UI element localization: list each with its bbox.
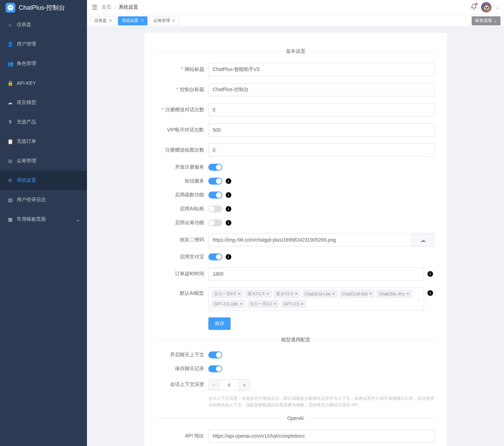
- info-icon[interactable]: i: [226, 206, 231, 212]
- context-depth-input[interactable]: [219, 379, 239, 390]
- section-model-title: 模型通用配置: [277, 337, 314, 343]
- tab-crowdfund[interactable]: 众筹管理✕: [150, 16, 179, 25]
- model-tag: 星火V1.5✕: [245, 290, 272, 298]
- save-button[interactable]: 保存: [208, 317, 231, 330]
- model-tag: 星火V2.0✕: [274, 290, 300, 298]
- increment-button[interactable]: +: [239, 379, 250, 390]
- sidebar-item-templates[interactable]: ▦常用模板页面⌄: [0, 210, 87, 229]
- model-tag: GPT-3.5✕: [281, 300, 306, 308]
- open-register-switch[interactable]: [208, 164, 222, 171]
- close-icon[interactable]: ✕: [141, 18, 144, 23]
- breadcrumb-home[interactable]: 首页: [102, 4, 111, 10]
- vip-chat-input[interactable]: [208, 123, 434, 137]
- info-icon[interactable]: i: [427, 271, 433, 277]
- qrcode-input[interactable]: [208, 233, 412, 246]
- user-icon: 👤: [7, 41, 13, 47]
- label-enable-func: 启用函数功能: [157, 192, 208, 198]
- app-logo: ChatPlus-控制台: [0, 0, 87, 15]
- label-reg-draw: 注册赠送绘图次数: [157, 147, 208, 153]
- console-title-input[interactable]: [208, 83, 434, 96]
- site-title-input[interactable]: [208, 63, 434, 76]
- close-icon[interactable]: ✕: [301, 302, 304, 306]
- info-icon[interactable]: i: [427, 290, 433, 296]
- close-icon[interactable]: ✕: [273, 302, 277, 306]
- section-openai-title: OpenAI: [283, 415, 308, 421]
- sidebar-item-login-log[interactable]: ▤用户登录日志: [0, 190, 87, 210]
- close-icon[interactable]: ✕: [406, 292, 409, 296]
- label-reg-chat: *注册赠送对话次数: [157, 107, 208, 113]
- api-url-input[interactable]: [208, 429, 434, 443]
- svg-point-0: [8, 5, 14, 10]
- close-icon[interactable]: ✕: [172, 18, 175, 23]
- label-open-register: 开放注册服务: [157, 164, 208, 170]
- label-save-history: 保存聊天记录: [157, 366, 208, 372]
- app-title: ChatPlus-控制台: [19, 3, 65, 12]
- model-tag: ChatGLM-Std✕: [339, 290, 374, 298]
- close-icon[interactable]: ✕: [109, 18, 112, 23]
- home-icon: ⌂: [7, 22, 13, 27]
- close-icon[interactable]: ✕: [266, 292, 269, 296]
- enable-crowd-switch[interactable]: [208, 219, 222, 226]
- context-depth-stepper[interactable]: − +: [208, 379, 250, 390]
- chevron-down-icon[interactable]: ⌄: [417, 297, 421, 301]
- upload-button[interactable]: ☁: [412, 233, 434, 246]
- chevron-down-icon: ⌄: [494, 18, 497, 23]
- sidebar-item-users[interactable]: 👤用户管理: [0, 34, 87, 54]
- sidebar-item-roles[interactable]: 👥角色管理: [0, 54, 87, 73]
- tag-options-button[interactable]: 标签选项⌄: [472, 16, 501, 25]
- info-icon[interactable]: i: [226, 220, 231, 226]
- breadcrumb: 首页 › 系统设置: [102, 4, 138, 10]
- label-enable-ai-draw: 启用AI绘画: [157, 206, 208, 212]
- label-default-models: 默认AI模型: [157, 287, 208, 297]
- section-basic-title: 基本设置: [282, 48, 310, 55]
- notification-bell-icon[interactable]: [471, 3, 477, 11]
- enable-func-switch[interactable]: [208, 192, 222, 198]
- label-order-timeout: 订单超时时间: [157, 271, 208, 277]
- chevron-right-icon: ›: [114, 5, 116, 10]
- roles-icon: 👥: [7, 61, 13, 66]
- sms-switch[interactable]: [208, 178, 222, 185]
- label-api-url: API 地址: [157, 433, 208, 439]
- sidebar-item-apikey[interactable]: 🔒API-KEY: [0, 73, 87, 93]
- info-icon[interactable]: i: [226, 254, 231, 260]
- sidebar-item-crowdfund[interactable]: ◎众筹管理: [0, 151, 87, 171]
- sidebar-item-products[interactable]: ＄充值产品: [0, 112, 87, 132]
- template-icon: ▦: [7, 217, 13, 222]
- tab-settings[interactable]: 系统设置✕: [118, 16, 147, 25]
- save-history-switch[interactable]: [208, 365, 222, 372]
- label-site-title: *网站标题: [157, 66, 208, 73]
- enable-context-switch[interactable]: [208, 351, 222, 358]
- svg-point-2: [11, 7, 12, 8]
- default-models-select[interactable]: 文心一言4.0✕ 星火V1.5✕ 星火V2.0✕ ChatGLM-Lite✕ C…: [208, 287, 424, 310]
- close-icon[interactable]: ✕: [238, 292, 241, 296]
- close-icon[interactable]: ✕: [295, 292, 298, 296]
- sidebar-item-settings[interactable]: ⚙系统设置: [0, 171, 87, 190]
- label-enable-alipay: 启用支付宝: [157, 254, 208, 260]
- decrement-button[interactable]: −: [208, 379, 219, 390]
- close-icon[interactable]: ✕: [332, 292, 335, 296]
- menu-toggle-icon[interactable]: ☰: [92, 3, 97, 11]
- close-icon[interactable]: ✕: [369, 292, 372, 296]
- sidebar-item-dashboard[interactable]: ⌂仪表盘: [0, 15, 87, 34]
- notification-dot-icon: [475, 3, 478, 5]
- brain-icon: ☁: [7, 100, 13, 105]
- sidebar-item-orders[interactable]: 📋充值订单: [0, 132, 87, 151]
- enable-ai-draw-switch[interactable]: [208, 205, 222, 212]
- user-dropdown-icon[interactable]: ⌄: [496, 5, 499, 10]
- reg-chat-input[interactable]: [208, 103, 434, 116]
- avatar[interactable]: 🐼: [481, 2, 491, 13]
- model-tag: 文心一言3.0✕: [247, 300, 279, 308]
- enable-alipay-switch[interactable]: [208, 253, 222, 260]
- tab-dashboard[interactable]: 仪表盘✕: [90, 16, 116, 25]
- sidebar-item-models[interactable]: ☁语言模型: [0, 93, 87, 112]
- label-vip-chat: VIP每月对话次数: [157, 127, 208, 133]
- close-icon[interactable]: ✕: [240, 302, 243, 306]
- label-console-title: *控制台标题: [157, 87, 208, 93]
- info-icon[interactable]: i: [226, 192, 231, 198]
- reg-draw-input[interactable]: [208, 144, 434, 157]
- order-timeout-input[interactable]: [208, 267, 424, 281]
- info-icon[interactable]: i: [226, 178, 231, 184]
- model-tag: ChatGML-Pro✕: [377, 290, 412, 298]
- label-context-depth: 会话上下文深度: [157, 379, 208, 388]
- breadcrumb-current: 系统设置: [119, 4, 138, 10]
